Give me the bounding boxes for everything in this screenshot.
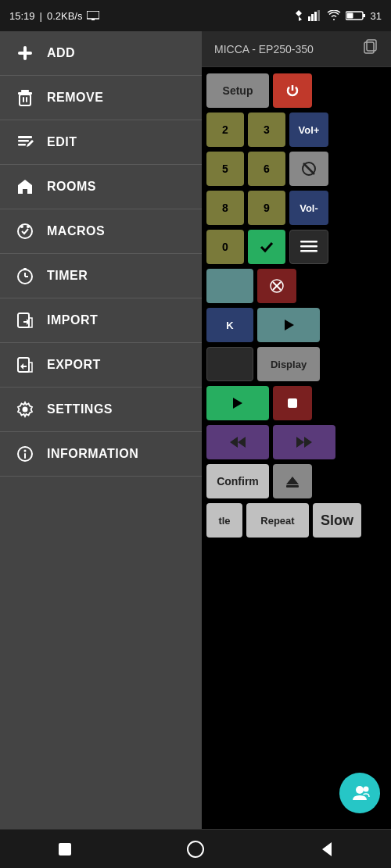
svg-point-20 xyxy=(18,224,32,238)
remove-icon xyxy=(16,88,34,107)
display-button[interactable]: Display xyxy=(257,347,320,381)
add-icon xyxy=(16,44,34,63)
sidebar-item-remove[interactable]: REMOVE xyxy=(0,76,202,120)
remote-row-4: 8 9 Vol- xyxy=(206,191,386,225)
fastforward-button[interactable] xyxy=(273,425,335,459)
sidebar-item-import[interactable]: IMPORT xyxy=(0,298,202,343)
settings-label: SETTINGS xyxy=(47,402,113,416)
remote-row-3: 5 6 xyxy=(206,152,386,186)
macros-label: MACROS xyxy=(47,224,105,238)
status-left: 15:19 | 0.2KB/s xyxy=(9,10,99,22)
svg-marker-43 xyxy=(285,320,294,330)
remote-row-11: Confirm xyxy=(206,464,386,498)
power-button[interactable] xyxy=(273,73,312,108)
prev-button[interactable]: K xyxy=(206,308,253,342)
svg-line-36 xyxy=(303,163,314,174)
info-icon xyxy=(16,445,34,463)
svg-rect-18 xyxy=(18,144,26,146)
num2-button[interactable]: 2 xyxy=(206,113,244,147)
volplus-button[interactable]: Vol+ xyxy=(289,113,328,147)
volminus-button[interactable]: Vol- xyxy=(289,191,328,225)
slow-button[interactable]: Slow xyxy=(313,503,361,538)
svg-rect-39 xyxy=(300,250,317,252)
battery-icon xyxy=(346,10,366,21)
svg-marker-48 xyxy=(296,437,304,448)
sidebar-item-information[interactable]: INFORMATION xyxy=(0,432,202,477)
signal-icon xyxy=(308,10,322,21)
svg-rect-13 xyxy=(20,95,30,105)
close-button[interactable] xyxy=(257,269,296,303)
network-speed: | xyxy=(40,10,42,22)
stop-button[interactable] xyxy=(273,386,312,420)
svg-rect-37 xyxy=(300,241,317,243)
repeat-button[interactable]: Repeat xyxy=(246,503,309,538)
svg-rect-34 xyxy=(367,40,376,51)
setup-button[interactable]: Setup xyxy=(206,73,269,108)
remove-label: REMOVE xyxy=(47,91,103,105)
num0-button[interactable]: 0 xyxy=(206,230,244,264)
rooms-label: ROOMS xyxy=(47,180,96,194)
export-icon xyxy=(16,355,34,374)
nav-square-button[interactable] xyxy=(50,834,80,864)
svg-marker-50 xyxy=(286,477,299,484)
svg-rect-45 xyxy=(288,398,297,408)
edit-label: EDIT xyxy=(47,135,77,149)
confirm-button[interactable]: Confirm xyxy=(206,464,269,498)
num8-button[interactable]: 8 xyxy=(206,191,244,225)
svg-rect-8 xyxy=(346,13,353,19)
remote-row-8: Display xyxy=(206,347,386,381)
extra-button[interactable] xyxy=(206,347,253,381)
remote-row-7: K xyxy=(206,308,386,342)
svg-rect-1 xyxy=(91,19,95,20)
wifi-icon xyxy=(327,10,341,21)
svg-rect-0 xyxy=(87,11,99,19)
sidebar-item-macros[interactable]: MACROS xyxy=(0,209,202,254)
sidebar-item-export[interactable]: EXPORT xyxy=(0,343,202,388)
remote-row-1: Setup xyxy=(206,73,386,108)
menu-button[interactable] xyxy=(289,230,328,264)
num5-button[interactable]: 5 xyxy=(206,152,244,186)
sidebar-item-settings[interactable]: SETTINGS xyxy=(0,388,202,432)
svg-rect-5 xyxy=(317,10,320,21)
play-button[interactable] xyxy=(257,308,320,342)
tle-button[interactable]: tle xyxy=(206,503,242,538)
nav-back-button[interactable] xyxy=(311,834,341,864)
fab-contacts-button[interactable] xyxy=(339,773,380,813)
information-label: INFORMATION xyxy=(47,447,138,461)
sidebar-item-edit[interactable]: EDIT xyxy=(0,120,202,165)
num6-button[interactable]: 6 xyxy=(248,152,285,186)
sidebar: ADD REMOVE xyxy=(0,31,202,829)
nav-home-button[interactable] xyxy=(180,834,211,865)
remote-panel: MICCA - EP250-350 Setup xyxy=(202,31,391,829)
svg-rect-3 xyxy=(311,14,314,21)
svg-rect-24 xyxy=(23,268,27,270)
mute-button[interactable] xyxy=(289,152,328,186)
remote-title: MICCA - EP250-350 xyxy=(214,43,314,55)
status-right: 31 xyxy=(294,9,382,22)
svg-rect-15 xyxy=(26,97,27,102)
macros-icon xyxy=(16,222,34,241)
check-button[interactable] xyxy=(248,230,285,264)
add-label: ADD xyxy=(47,46,75,60)
eject-button[interactable] xyxy=(273,464,312,498)
bluetooth-icon xyxy=(294,9,303,22)
rewind-button[interactable] xyxy=(206,425,269,459)
svg-point-52 xyxy=(356,786,364,794)
sidebar-item-rooms[interactable]: ROOMS xyxy=(0,165,202,209)
battery-level: 31 xyxy=(371,10,382,22)
svg-rect-17 xyxy=(18,140,29,142)
remote-row-5: 0 xyxy=(206,230,386,264)
import-icon xyxy=(16,311,34,330)
play2-button[interactable] xyxy=(206,386,269,420)
svg-point-53 xyxy=(364,787,369,792)
num9-button[interactable]: 9 xyxy=(248,191,285,225)
import-label: IMPORT xyxy=(47,313,98,327)
num3-button[interactable]: 3 xyxy=(248,113,285,147)
settings-icon xyxy=(16,400,34,419)
svg-point-55 xyxy=(188,841,203,857)
sidebar-item-add[interactable]: ADD xyxy=(0,31,202,76)
svg-point-31 xyxy=(24,450,27,452)
back-button[interactable] xyxy=(206,269,253,303)
remote-header: MICCA - EP250-350 xyxy=(202,31,391,67)
sidebar-item-timer[interactable]: TIMER xyxy=(0,254,202,298)
